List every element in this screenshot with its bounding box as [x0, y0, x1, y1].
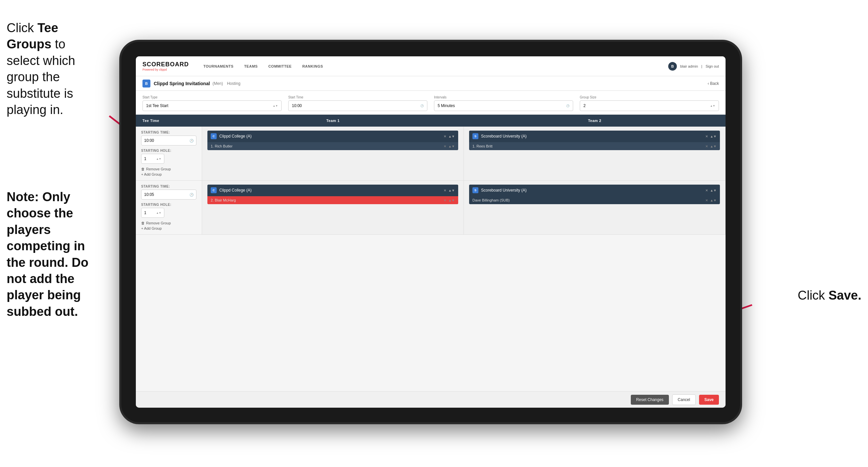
intervals-input[interactable]: 5 Minutes 🕐 — [434, 100, 573, 111]
start-type-arrows: ▲▼ — [273, 105, 278, 107]
player-name-2-1: 1. Rees Britt — [472, 144, 705, 148]
intervals-arrows: 🕐 — [566, 105, 569, 107]
starting-hole-label-1: STARTING HOLE: — [141, 149, 196, 152]
nav-separator: | — [701, 64, 702, 68]
note-left: Note: Only choose the players competing … — [0, 189, 109, 320]
group-size-arrows: ▲▼ — [710, 105, 715, 107]
time-input-1[interactable]: 10:00 🕐 — [141, 136, 196, 146]
team1-x-1[interactable]: ✕ — [444, 135, 446, 138]
nav-user: blair admin — [680, 64, 698, 68]
team1-name-1: Clippd College (A) — [219, 134, 444, 139]
add-group-btn-2[interactable]: + Add Group — [141, 226, 196, 230]
table-header: Tee Time Team 1 Team 2 — [136, 115, 725, 126]
logo-area: SCOREBOARD Powered by clippd — [143, 61, 189, 71]
team2-arrows-1: ▲▼ — [710, 135, 717, 138]
instruction-left-top: Click Tee Groups to select which group t… — [0, 20, 106, 118]
player-controls-2-1: ✕ ▲▼ — [705, 145, 717, 148]
group-row-2: STARTING TIME: 10:05 🕐 STARTING HOLE: 1 … — [136, 181, 725, 235]
team1-card-1: C Clippd College (A) ✕ ▲▼ 1. Rich Butler… — [207, 130, 458, 150]
player-row-1-2[interactable]: 2. Blair McHarg ✕ ▲▼ — [207, 196, 458, 204]
player-arrows-1-2: ▲▼ — [448, 199, 455, 202]
group-row-1: STARTING TIME: 10:00 🕐 STARTING HOLE: 1 … — [136, 126, 725, 181]
player-arrows-2-2: ▲▼ — [710, 199, 717, 202]
group-actions-1: 🗑 Remove Group + Add Group — [141, 167, 196, 176]
nav-right: B blair admin | Sign out — [668, 62, 719, 70]
group-size-input[interactable]: 2 ▲▼ — [580, 100, 719, 111]
setting-group-size: Group Size 2 ▲▼ — [580, 95, 719, 111]
logo-text: SCOREBOARD — [143, 61, 189, 68]
tablet-screen: SCOREBOARD Powered by clippd TOURNAMENTS… — [136, 56, 725, 408]
cancel-button[interactable]: Cancel — [672, 395, 696, 405]
team1-controls-2: ✕ ▲▼ — [444, 188, 455, 192]
player-arrows-1-1: ▲▼ — [448, 145, 455, 148]
add-group-btn-1[interactable]: + Add Group — [141, 172, 196, 176]
table-header-tee: Tee Time — [136, 119, 202, 123]
team2-x-1[interactable]: ✕ — [705, 135, 708, 138]
starting-time-label-1: STARTING TIME: — [141, 130, 196, 134]
team2-name-2: Scoreboard University (A) — [481, 188, 705, 193]
setting-start-type: Start Type 1st Tee Start ▲▼ — [143, 95, 282, 111]
team1-x-2[interactable]: ✕ — [444, 188, 446, 192]
starting-time-label-2: STARTING TIME: — [141, 185, 196, 188]
note-bold-label: Note: Only choose the players competing … — [7, 190, 89, 319]
setting-start-time: Start Time 10:00 🕐 — [288, 95, 427, 111]
start-time-label: Start Time — [288, 95, 427, 99]
team2-card-1: S Scoreboard University (A) ✕ ▲▼ 1. Rees… — [469, 130, 720, 150]
player-row-1-1[interactable]: 1. Rich Butler ✕ ▲▼ — [207, 142, 458, 150]
team2-controls-1: ✕ ▲▼ — [705, 135, 717, 138]
subheader-hosting: Hosting — [227, 81, 241, 86]
hole-input-2[interactable]: 1 ▲▼ — [141, 208, 164, 218]
team1-card-header-2: C Clippd College (A) ✕ ▲▼ — [207, 185, 458, 196]
player-x-2-1[interactable]: ✕ — [705, 145, 708, 148]
save-bold-label: Save. — [829, 288, 861, 302]
start-time-arrows: 🕐 — [421, 105, 424, 107]
group-actions-2: 🗑 Remove Group + Add Group — [141, 221, 196, 230]
team2-controls-2: ✕ ▲▼ — [705, 188, 717, 192]
logo-sub: Powered by clippd — [143, 68, 189, 71]
player-row-2-2[interactable]: Dave Billingham (SUB) ✕ ▲▼ — [469, 196, 720, 204]
player-x-1-2[interactable]: ✕ — [444, 199, 446, 202]
team2-card-2: S Scoreboard University (A) ✕ ▲▼ Dave Bi… — [469, 185, 720, 204]
save-button[interactable]: Save — [699, 395, 719, 405]
group-left-1: STARTING TIME: 10:00 🕐 STARTING HOLE: 1 … — [136, 126, 202, 180]
subheader-badge: B — [143, 80, 150, 88]
reset-changes-button[interactable]: Reset Changes — [631, 395, 669, 405]
navbar: SCOREBOARD Powered by clippd TOURNAMENTS… — [136, 56, 725, 76]
table-header-team2: Team 2 — [464, 119, 725, 123]
team1-badge-2: C — [211, 187, 217, 193]
subheader-back[interactable]: ‹ Back — [708, 81, 719, 86]
content-area: Start Type 1st Tee Start ▲▼ Start Time 1… — [136, 91, 725, 391]
player-name-2-2: Dave Billingham (SUB) — [472, 198, 705, 202]
nav-signout[interactable]: Sign out — [706, 64, 719, 68]
player-controls-1-1: ✕ ▲▼ — [444, 145, 455, 148]
team2-arrows-2: ▲▼ — [710, 188, 717, 192]
team1-arrows-1: ▲▼ — [448, 135, 455, 138]
nav-tournaments[interactable]: TOURNAMENTS — [199, 62, 238, 70]
group-left-2: STARTING TIME: 10:05 🕐 STARTING HOLE: 1 … — [136, 181, 202, 234]
team2-x-2[interactable]: ✕ — [705, 188, 708, 192]
start-type-input[interactable]: 1st Tee Start ▲▼ — [143, 100, 282, 111]
nav-rankings[interactable]: RANKINGS — [298, 62, 328, 70]
player-x-1-1[interactable]: ✕ — [444, 145, 446, 148]
time-input-2[interactable]: 10:05 🕐 — [141, 189, 196, 200]
tee-groups-bold: Tee Groups — [7, 21, 58, 51]
team2-name-1: Scoreboard University (A) — [481, 134, 705, 139]
player-name-1-2: 2. Blair McHarg — [211, 198, 444, 202]
team2-card-header-1: S Scoreboard University (A) ✕ ▲▼ — [469, 130, 720, 142]
player-controls-2-2: ✕ ▲▼ — [705, 199, 717, 202]
team1-cell-1: C Clippd College (A) ✕ ▲▼ 1. Rich Butler… — [202, 126, 464, 180]
player-x-2-2[interactable]: ✕ — [705, 199, 708, 202]
nav-committee[interactable]: COMMITTEE — [264, 62, 297, 70]
subheader-subtitle: (Men) — [213, 81, 223, 86]
hole-input-1[interactable]: 1 ▲▼ — [141, 154, 164, 164]
instruction-right: Click Save. — [798, 288, 861, 302]
starting-hole-label-2: STARTING HOLE: — [141, 203, 196, 206]
setting-intervals: Intervals 5 Minutes 🕐 — [434, 95, 573, 111]
tablet-device: SCOREBOARD Powered by clippd TOURNAMENTS… — [119, 40, 742, 424]
start-time-input[interactable]: 10:00 🕐 — [288, 100, 427, 111]
remove-group-btn-2[interactable]: 🗑 Remove Group — [141, 221, 196, 225]
team1-cell-2: C Clippd College (A) ✕ ▲▼ 2. Blair McHar… — [202, 181, 464, 234]
nav-teams[interactable]: TEAMS — [240, 62, 262, 70]
player-row-2-1[interactable]: 1. Rees Britt ✕ ▲▼ — [469, 142, 720, 150]
remove-group-btn-1[interactable]: 🗑 Remove Group — [141, 167, 196, 171]
